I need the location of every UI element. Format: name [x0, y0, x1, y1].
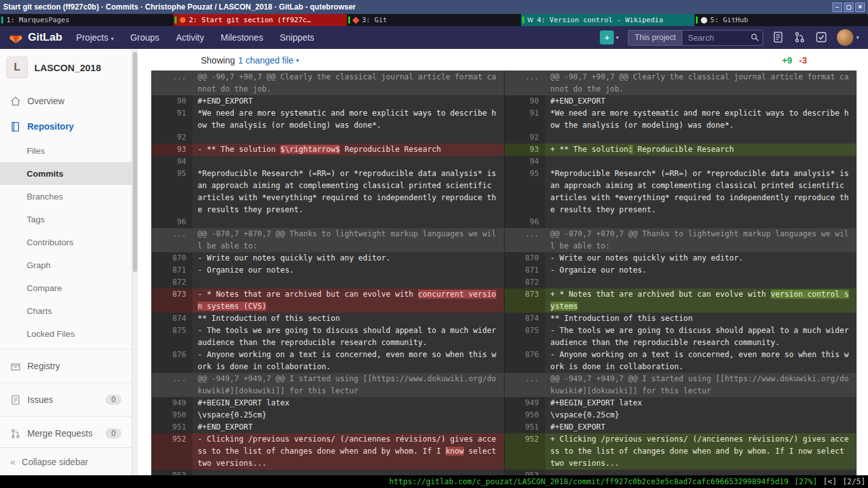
page-scrollbar[interactable]: [132, 49, 138, 475]
maximize-button[interactable]: ▢: [844, 3, 853, 12]
nav-link-groups[interactable]: Groups: [130, 32, 159, 43]
nav-link-milestones[interactable]: Milestones: [220, 32, 263, 43]
diff-line-number[interactable]: 952: [505, 433, 545, 470]
browser-tab[interactable]: 5: GitHub: [695, 14, 868, 26]
browser-tab[interactable]: 2: Start git section (ff927c…: [173, 14, 347, 26]
sidebar-item-files[interactable]: Files: [0, 139, 132, 162]
nav-todos-icon[interactable]: [815, 31, 828, 44]
gitlab-logo-icon[interactable]: [9, 30, 23, 44]
diff-line-number[interactable]: 950: [152, 409, 193, 421]
content-area: L LASCON_2018 OverviewRepositoryFilesCom…: [0, 49, 868, 475]
diff-line-number[interactable]: 870: [505, 252, 545, 264]
nav-issues-icon[interactable]: [772, 31, 785, 44]
sidebar-item-registry[interactable]: Registry: [0, 353, 132, 379]
diff-line-number[interactable]: 875: [152, 325, 193, 349]
diff-line-number[interactable]: 96: [505, 216, 545, 228]
diff-row: ...@@ -949,7 +949,7 @@ I started using […: [505, 373, 856, 397]
sidebar-item-overview[interactable]: Overview: [0, 88, 132, 114]
sidebar-item-charts[interactable]: Charts: [0, 299, 132, 322]
diff-line-number[interactable]: 873: [505, 288, 545, 313]
diff-line-number[interactable]: 92: [505, 132, 545, 144]
user-menu[interactable]: ▾: [837, 29, 859, 46]
sidebar-item-contributors[interactable]: Contributors: [0, 231, 132, 254]
diff-line-number[interactable]: 91: [505, 107, 545, 132]
diff-line-number[interactable]: 873: [152, 288, 193, 313]
diff-line-content: [545, 132, 856, 144]
diff-row: 870- Write our notes quickly with any ed…: [505, 252, 856, 264]
diff-line-number[interactable]: 872: [152, 276, 193, 288]
minimize-button[interactable]: ‒: [832, 3, 842, 12]
diff-line-number[interactable]: 953: [152, 470, 193, 475]
tab-label: 1: MarquesPages: [6, 16, 69, 24]
diff-line-number[interactable]: 94: [505, 156, 545, 168]
nav-merge-requests-icon[interactable]: [794, 31, 806, 44]
diff-line-number[interactable]: 951: [152, 421, 193, 433]
chevron-down-icon[interactable]: ▾: [296, 57, 299, 64]
diff-line-number[interactable]: 92: [152, 132, 193, 144]
diff-line-number[interactable]: 870: [152, 252, 193, 264]
sidebar-item-merge-requests[interactable]: Merge Requests0: [0, 421, 132, 446]
close-button[interactable]: ✕: [855, 3, 865, 12]
diff-line-number[interactable]: 94: [152, 156, 193, 168]
search-scope-label[interactable]: This project: [628, 30, 682, 46]
diff-line-content: - ** The solution $\rightarrow$ Reproduc…: [193, 144, 504, 156]
sidebar-item-issues[interactable]: Issues0: [0, 387, 132, 412]
diff-line-number[interactable]: 876: [505, 349, 545, 373]
diff-line-content: - Organize our notes.: [545, 264, 856, 276]
diff-row: 94: [152, 156, 504, 168]
diff-line-number[interactable]: 876: [152, 349, 193, 373]
diff-files-header: Showing 1 changed file ▾ +9 -3: [138, 49, 868, 71]
sidebar-item-branches[interactable]: Branches: [0, 185, 132, 208]
diff-line-number[interactable]: 96: [152, 216, 193, 228]
sidebar-item-tags[interactable]: Tags: [0, 208, 132, 231]
diff-line-number[interactable]: 872: [505, 276, 545, 288]
diff-line-number[interactable]: 871: [152, 264, 193, 276]
diff-row: 953: [152, 470, 504, 475]
diff-line-number[interactable]: 90: [505, 95, 545, 107]
nav-link-snippets[interactable]: Snippets: [280, 32, 314, 43]
browser-tab[interactable]: W4: Version control - Wikipedia: [521, 14, 695, 26]
diff-line-number[interactable]: 949: [152, 397, 193, 409]
project-header[interactable]: L LASCON_2018: [0, 49, 132, 86]
tab-bar: 1: MarquesPages2: Start git section (ff9…: [0, 14, 868, 26]
browser-tab[interactable]: 1: MarquesPages: [0, 14, 173, 26]
browser-tab[interactable]: 3: Git: [347, 14, 520, 26]
search-icon[interactable]: [750, 33, 759, 44]
git-favicon: [353, 17, 360, 24]
diff-line-number: ...: [152, 373, 193, 397]
sidebar-item-compare[interactable]: Compare: [0, 276, 132, 299]
diff-row: 872: [505, 276, 856, 288]
sidebar-item-commits[interactable]: Commits: [0, 162, 132, 185]
diff-line-number[interactable]: 949: [505, 397, 545, 409]
diff-line-number[interactable]: 874: [152, 313, 193, 325]
diff-line-number[interactable]: 91: [152, 107, 193, 132]
diff-line-number[interactable]: 90: [152, 95, 193, 107]
diff-line-number[interactable]: 953: [505, 470, 545, 475]
diff-line-number[interactable]: 950: [505, 409, 545, 421]
statusbar-url: https://gitlab.com/c_pouzat/LASCON_2018/…: [390, 477, 789, 486]
diff-line-content: + * Notes that are archived but can evol…: [545, 288, 856, 313]
nav-link-activity[interactable]: Activity: [176, 32, 204, 43]
sidebar-item-repository[interactable]: Repository: [0, 114, 132, 139]
nav-link-projects[interactable]: Projects▾: [76, 32, 114, 43]
diff-line-number[interactable]: 875: [505, 325, 545, 349]
diff-line-number[interactable]: 952: [152, 433, 193, 470]
diff-line-number[interactable]: 95: [152, 168, 193, 216]
new-menu-button[interactable]: + ▾: [600, 30, 619, 44]
changed-files-link[interactable]: 1 changed file: [238, 55, 294, 65]
diff-line-number[interactable]: 871: [505, 264, 545, 276]
sidebar-item-graph[interactable]: Graph: [0, 254, 132, 276]
diff-line-number[interactable]: 95: [505, 168, 545, 216]
scrollbar-thumb[interactable]: [133, 52, 137, 272]
sidebar-item-label: Graph: [27, 261, 51, 270]
diff-line-number[interactable]: 951: [505, 421, 545, 433]
sidebar-item-locked-files[interactable]: Locked Files: [0, 322, 132, 345]
gitlab-brand[interactable]: GitLab: [28, 31, 62, 44]
collapse-sidebar-button[interactable]: « Collapse sidebar: [0, 447, 132, 475]
diff-line-number: ...: [505, 228, 545, 252]
tab-label: 3: Git: [362, 16, 387, 24]
diff-line-number[interactable]: 874: [505, 313, 545, 325]
diff-line-number[interactable]: 93: [152, 144, 193, 156]
diff-line-number[interactable]: 93: [505, 144, 545, 156]
chevron-down-icon: ▾: [616, 34, 619, 41]
